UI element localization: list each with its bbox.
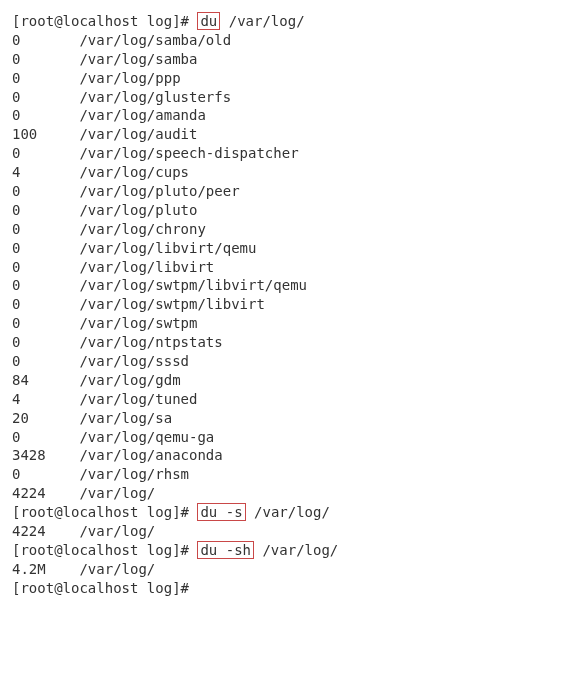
highlighted-command: du <box>197 12 220 30</box>
prompt-line[interactable]: [root@localhost log]# du -s /var/log/ <box>12 503 560 522</box>
output-line: 0/var/log/pluto/peer <box>12 182 560 201</box>
path-value: /var/log/speech-dispatcher <box>79 145 298 161</box>
path-value: /var/log/libvirt <box>79 259 214 275</box>
size-value: 0 <box>12 220 79 239</box>
path-value: /var/log/amanda <box>79 107 205 123</box>
size-value: 100 <box>12 125 79 144</box>
shell-prompt: [root@localhost log]# <box>12 504 197 520</box>
path-value: /var/log/sa <box>79 410 172 426</box>
size-value: 0 <box>12 201 79 220</box>
output-line: 0/var/log/speech-dispatcher <box>12 144 560 163</box>
size-value: 3428 <box>12 446 79 465</box>
size-value: 4.2M <box>12 560 79 579</box>
path-value: /var/log/anaconda <box>79 447 222 463</box>
output-line: 84/var/log/gdm <box>12 371 560 390</box>
prompt-line[interactable]: [root@localhost log]# du -sh /var/log/ <box>12 541 560 560</box>
path-value: /var/log/ <box>79 561 155 577</box>
output-line: 0/var/log/ppp <box>12 69 560 88</box>
size-value: 0 <box>12 144 79 163</box>
size-value: 84 <box>12 371 79 390</box>
path-value: /var/log/pluto/peer <box>79 183 239 199</box>
size-value: 0 <box>12 182 79 201</box>
output-line: 4224/var/log/ <box>12 522 560 541</box>
path-value: /var/log/libvirt/qemu <box>79 240 256 256</box>
output-line: 0/var/log/pluto <box>12 201 560 220</box>
path-value: /var/log/ntpstats <box>79 334 222 350</box>
output-line: 0/var/log/swtpm <box>12 314 560 333</box>
shell-prompt: [root@localhost log]# <box>12 580 197 596</box>
output-line: 0/var/log/ntpstats <box>12 333 560 352</box>
path-value: /var/log/rhsm <box>79 466 189 482</box>
prompt-line[interactable]: [root@localhost log]# <box>12 579 560 598</box>
highlighted-command: du -sh <box>197 541 254 559</box>
path-value: /var/log/ <box>79 523 155 539</box>
command-argument: /var/log/ <box>220 13 304 29</box>
output-line: 4.2M/var/log/ <box>12 560 560 579</box>
shell-prompt: [root@localhost log]# <box>12 542 197 558</box>
output-line: 4/var/log/tuned <box>12 390 560 409</box>
output-line: 0/var/log/amanda <box>12 106 560 125</box>
size-value: 0 <box>12 69 79 88</box>
path-value: /var/log/swtpm/libvirt/qemu <box>79 277 307 293</box>
size-value: 0 <box>12 239 79 258</box>
path-value: /var/log/gdm <box>79 372 180 388</box>
output-line: 0/var/log/chrony <box>12 220 560 239</box>
prompt-line[interactable]: [root@localhost log]# du /var/log/ <box>12 12 560 31</box>
output-line: 3428/var/log/anaconda <box>12 446 560 465</box>
size-value: 4224 <box>12 522 79 541</box>
size-value: 0 <box>12 31 79 50</box>
size-value: 0 <box>12 106 79 125</box>
path-value: /var/log/swtpm <box>79 315 197 331</box>
output-line: 0/var/log/samba <box>12 50 560 69</box>
output-line: 0/var/log/qemu-ga <box>12 428 560 447</box>
output-line: 0/var/log/rhsm <box>12 465 560 484</box>
path-value: /var/log/cups <box>79 164 189 180</box>
size-value: 0 <box>12 333 79 352</box>
size-value: 20 <box>12 409 79 428</box>
size-value: 0 <box>12 295 79 314</box>
terminal-output: [root@localhost log]# du /var/log/0/var/… <box>12 12 560 598</box>
path-value: /var/log/glusterfs <box>79 89 231 105</box>
output-line: 0/var/log/swtpm/libvirt/qemu <box>12 276 560 295</box>
command-argument: /var/log/ <box>246 504 330 520</box>
size-value: 0 <box>12 314 79 333</box>
output-line: 0/var/log/libvirt/qemu <box>12 239 560 258</box>
path-value: /var/log/ppp <box>79 70 180 86</box>
output-line: 0/var/log/libvirt <box>12 258 560 277</box>
size-value: 4 <box>12 163 79 182</box>
path-value: /var/log/tuned <box>79 391 197 407</box>
path-value: /var/log/chrony <box>79 221 205 237</box>
output-line: 100/var/log/audit <box>12 125 560 144</box>
output-line: 0/var/log/glusterfs <box>12 88 560 107</box>
path-value: /var/log/samba <box>79 51 197 67</box>
size-value: 0 <box>12 258 79 277</box>
size-value: 4224 <box>12 484 79 503</box>
highlighted-command: du -s <box>197 503 245 521</box>
path-value: /var/log/ <box>79 485 155 501</box>
path-value: /var/log/samba/old <box>79 32 231 48</box>
path-value: /var/log/audit <box>79 126 197 142</box>
size-value: 0 <box>12 88 79 107</box>
path-value: /var/log/sssd <box>79 353 189 369</box>
size-value: 0 <box>12 428 79 447</box>
path-value: /var/log/qemu-ga <box>79 429 214 445</box>
output-line: 0/var/log/samba/old <box>12 31 560 50</box>
size-value: 4 <box>12 390 79 409</box>
output-line: 0/var/log/sssd <box>12 352 560 371</box>
shell-prompt: [root@localhost log]# <box>12 13 197 29</box>
size-value: 0 <box>12 50 79 69</box>
output-line: 4/var/log/cups <box>12 163 560 182</box>
path-value: /var/log/pluto <box>79 202 197 218</box>
output-line: 0/var/log/swtpm/libvirt <box>12 295 560 314</box>
command-argument: /var/log/ <box>254 542 338 558</box>
output-line: 20/var/log/sa <box>12 409 560 428</box>
path-value: /var/log/swtpm/libvirt <box>79 296 264 312</box>
output-line: 4224/var/log/ <box>12 484 560 503</box>
size-value: 0 <box>12 352 79 371</box>
size-value: 0 <box>12 276 79 295</box>
size-value: 0 <box>12 465 79 484</box>
